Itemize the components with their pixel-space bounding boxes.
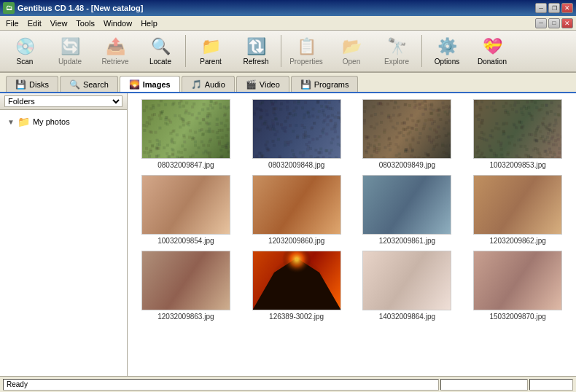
collapse-arrow-icon: ▼: [7, 118, 15, 126]
menu-view[interactable]: View: [46, 17, 72, 29]
programs-tab-icon: 💾: [300, 79, 311, 90]
image-item[interactable]: 12032009863.jpg: [133, 251, 238, 321]
toolbar-refresh-btn[interactable]: 🔃 Refresh: [234, 32, 278, 70]
tabbar: 💾 Disks 🔍 Search 🌄 Images 🎵 Audio 🎬 Vide…: [0, 73, 576, 93]
app-title: Gentibus CD 1.48 - [New catalog]: [17, 4, 143, 12]
status-panel-2: [440, 379, 528, 391]
main-area: Folders ▼ 📁 My photos 08032009847.jpg080…: [0, 93, 576, 376]
programs-tab-label: Programs: [314, 80, 349, 89]
donation-label: Donation: [478, 58, 507, 66]
menu-help[interactable]: Help: [136, 17, 162, 29]
menu-tools[interactable]: Tools: [71, 17, 99, 29]
image-item[interactable]: 126389-3002.jpg: [244, 251, 349, 321]
toolbar-update-btn[interactable]: 🔄 Update: [48, 32, 92, 70]
update-label: Update: [58, 58, 82, 66]
video-tab-label: Video: [260, 80, 280, 89]
image-item[interactable]: 10032009853.jpg: [465, 99, 570, 169]
image-item[interactable]: 14032009864.jpg: [355, 251, 460, 321]
image-filename: 10032009854.jpg: [157, 237, 214, 245]
content-area[interactable]: 08032009847.jpg08032009848.jpg0803200984…: [128, 93, 576, 376]
titlebar: 🗂 Gentibus CD 1.48 - [New catalog] ─ ❐ ✕: [0, 0, 576, 16]
sidebar-tree: ▼ 📁 My photos: [0, 110, 127, 376]
toolbar-scan-btn[interactable]: 💿 Scan: [3, 32, 47, 70]
scan-label: Scan: [17, 58, 34, 66]
image-filename: 08032009847.jpg: [157, 161, 214, 169]
image-filename: 15032009870.jpg: [489, 313, 545, 321]
locate-icon: 🔍: [151, 37, 171, 56]
toolbar-separator-2: [281, 35, 281, 67]
options-label: Options: [435, 58, 459, 66]
image-item[interactable]: 15032009870.jpg: [465, 251, 570, 321]
menu-window[interactable]: Window: [99, 17, 136, 29]
sidebar: Folders ▼ 📁 My photos: [0, 93, 128, 376]
open-icon: 📂: [342, 37, 362, 56]
update-icon: 🔄: [61, 37, 80, 56]
tab-programs[interactable]: 💾 Programs: [291, 76, 359, 92]
image-filename: 126389-3002.jpg: [269, 313, 324, 321]
inner-window-minimize[interactable]: ─: [535, 18, 547, 28]
inner-window-close[interactable]: ✕: [561, 18, 573, 28]
retrieve-label: Retrieve: [101, 58, 128, 66]
inner-window-maximize[interactable]: □: [548, 18, 560, 28]
audio-tab-label: Audio: [205, 80, 225, 89]
app-icon: 🗂: [3, 2, 15, 14]
toolbar-separator-1: [185, 35, 186, 67]
window-outer-minimize[interactable]: ─: [535, 3, 547, 13]
toolbar-locate-btn[interactable]: 🔍 Locate: [139, 32, 182, 70]
disks-tab-icon: 💾: [15, 79, 26, 90]
properties-label: Properties: [289, 58, 323, 66]
tab-search[interactable]: 🔍 Search: [60, 76, 118, 92]
folder-dropdown[interactable]: Folders: [4, 95, 122, 107]
status-panel-3: [529, 379, 573, 391]
toolbar-separator-3: [421, 35, 422, 67]
refresh-label: Refresh: [243, 58, 268, 66]
locate-label: Locate: [149, 58, 171, 66]
status-text: Ready: [7, 380, 28, 388]
statusbar: Ready: [0, 376, 576, 392]
image-item[interactable]: 08032009847.jpg: [133, 99, 238, 169]
image-grid: 08032009847.jpg08032009848.jpg0803200984…: [133, 99, 570, 321]
toolbar-donation-btn[interactable]: 💝 Donation: [470, 32, 514, 70]
disks-tab-label: Disks: [29, 80, 49, 89]
image-item[interactable]: 08032009848.jpg: [244, 99, 349, 169]
tree-item-my-photos[interactable]: ▼ 📁 My photos: [4, 114, 122, 129]
tab-audio[interactable]: 🎵 Audio: [182, 76, 235, 92]
toolbar-retrieve-btn[interactable]: 📤 Retrieve: [93, 32, 137, 70]
toolbar-options-btn[interactable]: ⚙️ Options: [425, 32, 469, 70]
images-tab-icon: 🌄: [129, 79, 140, 90]
image-filename: 08032009849.jpg: [379, 161, 435, 169]
donation-icon: 💝: [483, 37, 502, 56]
window-outer-close[interactable]: ✕: [561, 3, 573, 13]
tab-images[interactable]: 🌄 Images: [120, 76, 180, 92]
image-filename: 12032009862.jpg: [489, 237, 545, 245]
open-label: Open: [343, 58, 360, 66]
image-item[interactable]: 08032009849.jpg: [355, 99, 460, 169]
toolbar-parent-btn[interactable]: 📁 Parent: [189, 32, 233, 70]
audio-tab-icon: 🎵: [191, 79, 202, 90]
toolbar-explore-btn[interactable]: 🔭 Explore: [375, 32, 419, 70]
status-main: Ready: [3, 379, 439, 391]
image-item[interactable]: 12032009860.jpg: [244, 175, 349, 245]
toolbar-properties-btn[interactable]: 📋 Properties: [284, 32, 328, 70]
image-item[interactable]: 10032009854.jpg: [133, 175, 238, 245]
retrieve-icon: 📤: [106, 37, 125, 56]
image-item[interactable]: 12032009862.jpg: [465, 175, 570, 245]
image-filename: 12032009863.jpg: [157, 313, 214, 321]
window-outer-restore[interactable]: ❐: [548, 3, 560, 13]
images-tab-label: Images: [143, 80, 171, 89]
tab-video[interactable]: 🎬 Video: [236, 76, 289, 92]
image-filename: 12032009861.jpg: [379, 237, 435, 245]
sidebar-header: Folders: [0, 93, 127, 110]
toolbar-open-btn[interactable]: 📂 Open: [330, 32, 373, 70]
explore-icon: 🔭: [387, 37, 407, 56]
menu-file[interactable]: File: [1, 17, 23, 29]
options-icon: ⚙️: [437, 37, 457, 56]
scan-icon: 💿: [15, 37, 35, 56]
menu-edit[interactable]: Edit: [23, 17, 46, 29]
search-tab-label: Search: [83, 80, 109, 89]
image-filename: 08032009848.jpg: [268, 161, 324, 169]
image-filename: 14032009864.jpg: [379, 313, 435, 321]
video-tab-icon: 🎬: [246, 79, 257, 90]
tab-disks[interactable]: 💾 Disks: [6, 76, 58, 92]
image-item[interactable]: 12032009861.jpg: [355, 175, 460, 245]
